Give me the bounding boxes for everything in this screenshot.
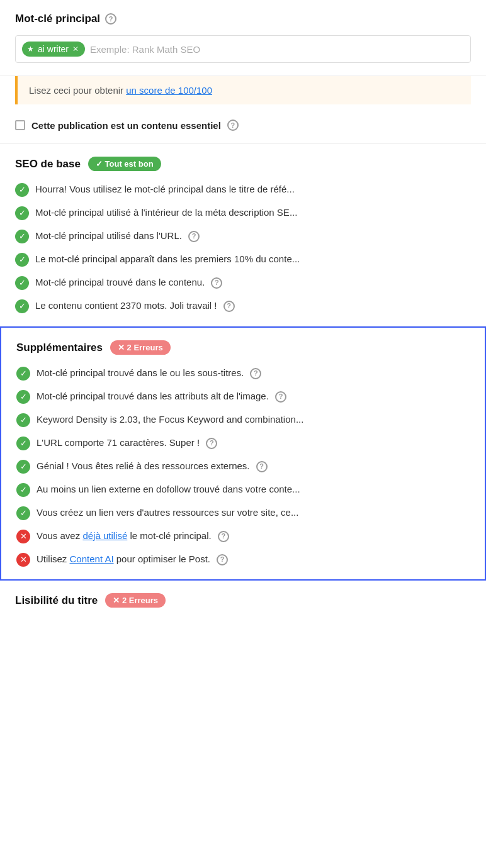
check-text: Keyword Density is 2.03, the Focus Keywo…	[37, 413, 470, 426]
star-icon: ★	[27, 45, 34, 53]
list-item: ✓ Mot-clé principal utilisé à l'intérieu…	[15, 206, 471, 220]
check-text: L'URL comporte 71 caractères. Super ! ?	[37, 436, 470, 449]
check-icon-green: ✓	[15, 230, 29, 243]
check-text: Mot-clé principal trouvé dans le ou les …	[37, 366, 470, 379]
help-icon[interactable]: ?	[188, 231, 200, 242]
seo-base-badge: ✓ Tout est bon	[88, 157, 161, 171]
check-icon-green: ✓	[16, 390, 30, 404]
list-item: ✓ L'URL comporte 71 caractères. Super ! …	[16, 436, 470, 450]
check-text: Mot-clé principal utilisé à l'intérieur …	[35, 206, 471, 219]
warning-banner: Lisez ceci pour obtenir un score de 100/…	[15, 76, 471, 104]
lisibilite-header: Lisibilité du titre ✕ 2 Erreurs	[15, 593, 471, 608]
list-item: ✓ Au moins un lien externe en dofollow t…	[16, 482, 470, 497]
warning-link[interactable]: un score de 100/100	[126, 85, 212, 96]
check-icon-green: ✓	[16, 460, 30, 474]
keyword-input-container[interactable]: ★ ai writer ✕ Exemple: Rank Math SEO	[15, 35, 471, 63]
keyword-tag-text: ai writer	[38, 44, 69, 54]
list-item: ✓ Vous créez un lien vers d'autres resso…	[16, 506, 470, 520]
check-text: Hourra! Vous utilisez le mot-clé princip…	[35, 182, 471, 196]
list-item: ✓ Keyword Density is 2.03, the Focus Key…	[16, 413, 470, 427]
lisibilite-title: Lisibilité du titre	[15, 594, 98, 607]
check-icon-green: ✓	[15, 276, 29, 290]
list-item: ✓ Génial ! Vous êtes relié à des ressour…	[16, 459, 470, 474]
check-text: Le contenu contient 2370 mots. Joli trav…	[35, 299, 471, 312]
help-icon[interactable]: ?	[217, 554, 228, 565]
check-text: Vous créez un lien vers d'autres ressour…	[37, 506, 470, 519]
help-icon[interactable]: ?	[250, 368, 261, 379]
help-icon[interactable]: ?	[223, 301, 235, 312]
warning-prefix: Lisez ceci pour obtenir	[29, 85, 126, 96]
list-item: ✓ Le contenu contient 2370 mots. Joli tr…	[15, 299, 471, 313]
check-icon-green: ✓	[15, 299, 29, 313]
check-icon-green: ✓	[15, 183, 29, 197]
list-item: ✓ Le mot-clé principal apparaît dans les…	[15, 252, 471, 267]
cornerstone-checkbox[interactable]	[15, 120, 25, 130]
supplementaires-section: Supplémentaires ✕ 2 Erreurs ✓ Mot-clé pr…	[0, 326, 486, 581]
check-icon-green: ✓	[16, 483, 30, 497]
keyword-placeholder: Exemple: Rank Math SEO	[90, 44, 464, 55]
deja-utilise-link[interactable]: déjà utilisé	[82, 530, 127, 541]
lisibilite-badge: ✕ 2 Erreurs	[105, 593, 166, 608]
list-item: ✕ Vous avez déjà utilisé le mot-clé prin…	[16, 529, 470, 543]
mot-cle-title: Mot-clé principal	[15, 13, 100, 25]
supplementaires-header: Supplémentaires ✕ 2 Erreurs	[16, 340, 470, 355]
keyword-tag: ★ ai writer ✕	[22, 42, 85, 57]
check-icon-green: ✓	[16, 506, 30, 520]
cornerstone-row: Cette publication est un contenu essenti…	[0, 114, 486, 143]
seo-base-title: SEO de base	[15, 158, 81, 170]
help-icon[interactable]: ?	[275, 391, 286, 403]
check-text: Au moins un lien externe en dofollow tro…	[37, 482, 470, 496]
list-item: ✓ Mot-clé principal trouvé dans les attr…	[16, 389, 470, 404]
help-icon[interactable]: ?	[206, 438, 217, 449]
list-item: ✓ Mot-clé principal trouvé dans le conte…	[15, 275, 471, 290]
check-icon-green: ✓	[16, 437, 30, 450]
check-icon-red: ✕	[16, 553, 30, 567]
check-text: Vous avez déjà utilisé le mot-clé princi…	[37, 529, 470, 542]
list-item: ✓ Mot-clé principal trouvé dans le ou le…	[16, 366, 470, 381]
list-item: ✓ Mot-clé principal utilisé dans l'URL. …	[15, 229, 471, 243]
check-icon-green: ✓	[16, 413, 30, 427]
check-text: Génial ! Vous êtes relié à des ressource…	[37, 459, 470, 472]
content-ai-link[interactable]: Content AI	[70, 554, 114, 564]
supplementaires-list: ✓ Mot-clé principal trouvé dans le ou le…	[16, 366, 470, 567]
list-item: ✓ Hourra! Vous utilisez le mot-clé princ…	[15, 182, 471, 197]
check-icon-green: ✓	[15, 253, 29, 267]
cornerstone-label: Cette publication est un contenu essenti…	[31, 120, 221, 131]
seo-base-section: SEO de base ✓ Tout est bon ✓ Hourra! Vou…	[0, 144, 486, 326]
mot-cle-help-icon[interactable]: ?	[105, 13, 116, 25]
seo-base-list: ✓ Hourra! Vous utilisez le mot-clé princ…	[15, 182, 471, 313]
check-icon-red: ✕	[16, 530, 30, 543]
help-icon[interactable]: ?	[256, 461, 268, 472]
seo-base-header: SEO de base ✓ Tout est bon	[15, 157, 471, 171]
cornerstone-help-icon[interactable]: ?	[227, 120, 239, 131]
lisibilite-section: Lisibilité du titre ✕ 2 Erreurs	[0, 581, 486, 632]
check-icon-green: ✓	[15, 206, 29, 220]
check-text: Mot-clé principal trouvé dans les attrib…	[37, 389, 470, 403]
keyword-tag-remove[interactable]: ✕	[72, 45, 79, 53]
list-item: ✕ Utilisez Content AI pour optimiser le …	[16, 552, 470, 567]
check-text: Le mot-clé principal apparaît dans les p…	[35, 252, 471, 265]
check-text: Mot-clé principal utilisé dans l'URL. ?	[35, 229, 471, 242]
supplementaires-badge: ✕ 2 Erreurs	[110, 340, 171, 355]
supplementaires-title: Supplémentaires	[16, 342, 103, 354]
check-text: Utilisez Content AI pour optimiser le Po…	[37, 552, 470, 565]
check-icon-green: ✓	[16, 367, 30, 381]
help-icon[interactable]: ?	[218, 531, 229, 542]
help-icon[interactable]: ?	[211, 277, 222, 289]
check-text: Mot-clé principal trouvé dans le contenu…	[35, 275, 471, 289]
